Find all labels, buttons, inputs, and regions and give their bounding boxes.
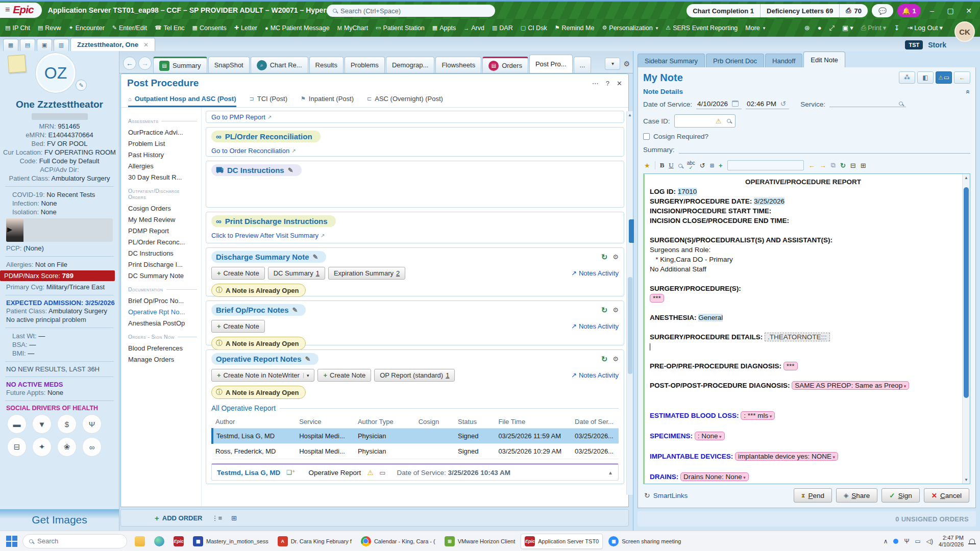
toolbar-item-patient-station[interactable]: ▭Patient Station — [376, 24, 425, 32]
button-op-report-standard-[interactable]: OP Report (standard)1 — [374, 369, 455, 382]
undo-icon[interactable]: ↺ — [700, 162, 705, 169]
smartlinks-button[interactable]: ↻ SmartLinks — [644, 491, 688, 499]
nav-item-dc-instructions[interactable]: DC Instructions — [128, 247, 197, 259]
panel-splitter-handle[interactable] — [629, 219, 634, 243]
chat-button[interactable]: 💬 — [872, 4, 893, 17]
logout-button[interactable]: ⇥Log Out▾ — [907, 24, 943, 32]
add-icon[interactable]: + — [719, 162, 723, 169]
cosign-checkbox[interactable] — [643, 133, 650, 140]
smarttext-field[interactable]: .THEATORNOTE::: — [765, 333, 830, 341]
smartlist-dropdown[interactable]: : *** mls ▾ — [741, 411, 775, 420]
toolbar-item-revw[interactable]: ▤Revw — [38, 24, 61, 32]
tag-note-button[interactable]: ◧ — [917, 71, 934, 84]
chart-tab-snapshot[interactable]: SnapShot — [208, 57, 250, 73]
start-button[interactable] — [5, 535, 18, 548]
taskbar-app[interactable]: Epic — [170, 534, 187, 549]
global-search-input[interactable]: Search (Ctrl+Space) — [327, 5, 495, 17]
table-column-header[interactable]: Service — [296, 415, 355, 429]
wrench-icon[interactable]: ⚙ — [612, 355, 619, 363]
collapse-icon[interactable]: ▲ — [608, 470, 613, 475]
nav-item-allergies[interactable]: Allergies — [128, 160, 197, 171]
edit-pencil-icon[interactable]: ✎ — [292, 306, 298, 314]
chart-tab--[interactable]: ... — [574, 57, 592, 73]
in-basket-print-button[interactable]: ⎙ 70 — [840, 4, 868, 17]
nav-item-pl-order-reconc-[interactable]: PL/Order Reconc... — [128, 236, 197, 247]
zoom-icon[interactable] — [678, 162, 682, 169]
speaker-icon[interactable]: ◁) — [926, 538, 933, 545]
underline-button[interactable]: U — [669, 161, 673, 169]
table-column-header[interactable]: File Time — [495, 415, 572, 429]
edit-pencil-icon[interactable]: ✎ — [305, 355, 311, 363]
button-expiration-summary[interactable]: Expiration Summary2 — [328, 267, 405, 280]
chart-tab-problems[interactable]: Problems — [345, 57, 385, 73]
scrollbar-thumb[interactable] — [964, 187, 969, 398]
toolbar-item-personalization[interactable]: ⚙Personalization▾ — [602, 24, 658, 32]
toolbar-item-sers-event-reporting[interactable]: ⚠SERS Event Reporting — [666, 24, 738, 32]
toolbar-item-mc-patient-message[interactable]: ●MC Patient Message — [265, 24, 330, 32]
taskbar-app-vmware-horizon-client[interactable]: ⊞VMware Horizon Client — [441, 534, 519, 549]
toolbar-item-arvd[interactable]: →Arvd — [463, 24, 484, 32]
nav-item-pdmp-report[interactable]: PDMP Report — [128, 225, 197, 236]
smartlist-dropdown[interactable]: implantable device yes: NONE ▾ — [735, 452, 838, 461]
button-create-note[interactable]: +Create Note — [211, 320, 265, 333]
table-column-header[interactable]: Status — [455, 415, 495, 429]
meds-banner[interactable]: NO ACTIVE MEDS — [0, 381, 119, 388]
nav-item-cosign-orders[interactable]: Cosign Orders — [128, 203, 197, 214]
taskbar-app-application-server-tst0[interactable]: EpicApplication Server TST0 — [521, 534, 603, 549]
toolbar-item-letter[interactable]: ✚Letter — [234, 24, 257, 32]
table-row[interactable]: Testmd, Lisa G, MDHospital Medi...Physic… — [212, 429, 619, 444]
tab-handoff[interactable]: Handoff — [765, 54, 802, 67]
refresh-smartlinks-icon[interactable]: ↻ — [840, 162, 846, 169]
tray-app-icon[interactable] — [893, 539, 898, 544]
note-editor-body[interactable]: OPERATIVE/PROCEDURE REPORTLOG ID: 17010S… — [643, 173, 970, 484]
taskbar-app[interactable] — [131, 534, 149, 549]
sdoh-title[interactable]: SOCIAL DRIVERS OF HEALTH — [0, 405, 119, 412]
collapse-panel-button[interactable]: ← — [954, 71, 970, 84]
tab-prb-orient-doc[interactable]: Prb Orient Doc — [706, 54, 764, 67]
favorites-icon[interactable]: ★ — [644, 162, 650, 169]
panel-close-icon[interactable]: ✕ — [617, 80, 622, 87]
mini-tab-lists[interactable]: ▤ — [20, 39, 35, 51]
taskbar-app-calendar-king-cara-[interactable]: Calendar - King, Cara - ( — [357, 534, 439, 549]
chart-tab-post-pro-[interactable]: Post Pro... — [529, 55, 573, 73]
notes-activity-link[interactable]: ↗Notes Activity — [571, 269, 619, 277]
sticky-note-icon[interactable] — [8, 55, 26, 73]
taskbar-search[interactable]: Search — [22, 534, 127, 548]
spellcheck-button[interactable]: abc✓ — [687, 161, 695, 170]
notification-bell-icon[interactable] — [969, 539, 975, 543]
summary-input[interactable] — [679, 145, 970, 154]
smartlist-dropdown[interactable]: Drains None: None ▾ — [680, 472, 749, 481]
notifications-button[interactable]: 🔔 1 — [897, 4, 921, 17]
chart-tab-orders[interactable]: ▤Orders — [482, 57, 528, 73]
expected-admission-banner[interactable]: EXPECTED ADMISSION: 3/25/2026 — [0, 299, 119, 307]
clock-refresh-icon[interactable]: ↺ — [780, 99, 786, 108]
physical-activity-icon[interactable]: ✦ — [32, 437, 52, 457]
toolbar-item-remind-me[interactable]: ⚑Remind Me — [555, 24, 595, 32]
stress-icon[interactable]: ❀ — [57, 437, 77, 457]
microphone-icon[interactable]: Ψ — [904, 538, 909, 545]
taskbar-app-mastery-in-motion-sess[interactable]: ▦Mastery_in_motion_sess — [189, 534, 272, 549]
table-column-header[interactable]: Date of Ser... — [572, 415, 619, 429]
button-create-note[interactable]: +Create Note — [211, 267, 265, 280]
edit-pencil-icon[interactable]: ✎ — [288, 166, 293, 174]
editor-scrollbar[interactable]: ▲ ▼ — [962, 174, 970, 484]
nav-item-anesthesia-postop[interactable]: Anesthesia PostOp — [128, 317, 197, 329]
mini-tab-forms[interactable]: ▣ — [37, 39, 52, 51]
display-icon[interactable]: ▭ — [915, 538, 920, 545]
smartlist-pill[interactable]: *** — [650, 294, 664, 303]
smartlist-dropdown[interactable]: SAME AS PREOP: Same as Preop ▾ — [792, 381, 909, 390]
share-button[interactable]: ◈Share — [836, 488, 877, 503]
refresh-icon[interactable]: ↻ — [601, 306, 608, 315]
print-button[interactable]: ⎙Print▾ — [861, 24, 887, 32]
order-grid-icon[interactable]: ⊞ — [231, 514, 237, 522]
minimize-button[interactable]: – — [925, 7, 939, 15]
insert-smarttext-icon[interactable]: ⧈ — [710, 161, 714, 169]
results-banner[interactable]: NO NEW RESULTS, LAST 36H — [0, 365, 119, 373]
tab-edit-note[interactable]: Edit Note — [803, 52, 845, 67]
edit-photo-button[interactable]: ✎ — [76, 80, 87, 91]
pdmp-narx-banner[interactable]: PDMP/Narx Score: 789 — [0, 270, 115, 281]
mini-tab-schedule[interactable]: ▦ — [3, 39, 18, 51]
cancel-button[interactable]: ✕Cancel — [924, 488, 969, 503]
tray-expand-icon[interactable]: ∧ — [884, 538, 888, 545]
chart-tab-demograp-[interactable]: Demograp... — [386, 57, 435, 73]
